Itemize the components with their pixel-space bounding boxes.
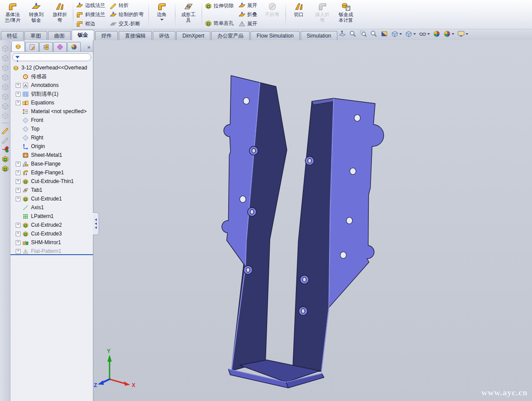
zoom-to-area-icon[interactable] bbox=[360, 30, 367, 38]
tab-office-products[interactable]: 办公室产品 bbox=[211, 31, 250, 40]
dropdown-caret[interactable] bbox=[452, 33, 454, 35]
miter-flange-button[interactable]: 斜接法兰 bbox=[75, 10, 108, 19]
expand-toggle[interactable] bbox=[16, 170, 21, 175]
edit-appearance-icon[interactable] bbox=[433, 30, 440, 38]
dropdown-caret[interactable] bbox=[413, 33, 416, 35]
view-cube-icon[interactable] bbox=[1, 102, 9, 110]
tree-item-sensors[interactable]: 传感器 bbox=[10, 72, 93, 81]
tree-item-lpattern1[interactable]: LPattern1 bbox=[10, 212, 93, 221]
plane-arrow-icon[interactable] bbox=[339, 30, 346, 38]
feature-cube-icon[interactable] bbox=[1, 165, 9, 173]
display-style-icon[interactable] bbox=[405, 30, 416, 38]
tree-item-front-plane[interactable]: Front bbox=[10, 116, 93, 124]
tree-item-equations[interactable]: Equations bbox=[10, 98, 93, 107]
view-cube-icon[interactable] bbox=[1, 112, 9, 120]
tree-item-cut-extrude2[interactable]: Cut-Extrude2 bbox=[10, 221, 93, 229]
unfold-button[interactable]: 展开 bbox=[237, 1, 261, 10]
view-cube-icon[interactable] bbox=[1, 73, 9, 81]
feature-cube-icon[interactable] bbox=[1, 155, 9, 163]
view-cube-icon[interactable] bbox=[1, 83, 9, 91]
expand-toggle[interactable] bbox=[16, 223, 21, 228]
base-flange-button[interactable]: 基体法兰/薄片 bbox=[1, 0, 24, 29]
expand-toggle[interactable] bbox=[16, 249, 21, 254]
expand-toggle[interactable] bbox=[16, 92, 21, 97]
hide-show-items-icon[interactable] bbox=[419, 30, 430, 38]
tree-item-top-plane[interactable]: Top bbox=[10, 124, 93, 133]
view-orientation-icon[interactable] bbox=[391, 30, 402, 38]
view-settings-icon[interactable] bbox=[457, 30, 468, 38]
rip-button[interactable]: 切口 bbox=[287, 0, 311, 29]
tab-direct-editing[interactable]: 直接编辑 bbox=[119, 31, 152, 40]
configurationmanager-tab[interactable] bbox=[39, 42, 53, 52]
tree-resize-bar[interactable] bbox=[10, 254, 93, 255]
tree-item-annotations[interactable]: Annotations bbox=[10, 81, 93, 90]
zoom-to-fit-icon[interactable] bbox=[349, 30, 357, 38]
extruded-cut-button[interactable]: 拉伸切除 bbox=[203, 1, 237, 11]
convert-to-sheet-metal-button[interactable]: 转换到钣金 bbox=[24, 0, 48, 29]
tree-item-cut-extrude3[interactable]: Cut-Extrude3 bbox=[10, 229, 93, 238]
jog-button[interactable]: 转折 bbox=[108, 1, 147, 10]
tab-sheet-metal[interactable]: 钣金 bbox=[72, 30, 94, 40]
sketch-icon[interactable] bbox=[1, 126, 9, 134]
panel-overflow-chevron[interactable]: » bbox=[87, 44, 92, 52]
dropdown-caret[interactable] bbox=[427, 33, 430, 35]
tab-evaluate[interactable]: 评估 bbox=[153, 31, 175, 40]
tree-item-shm-mirror1[interactable]: SHM-Mirror1 bbox=[10, 238, 93, 247]
expand-toggle[interactable] bbox=[16, 100, 21, 105]
tree-item-cut-extrude1[interactable]: Cut-Extrude1 bbox=[10, 194, 93, 203]
flatten-button[interactable]: 展开 bbox=[237, 19, 261, 28]
tab-weldments[interactable]: 焊件 bbox=[95, 31, 118, 40]
tree-item-tab1[interactable]: Tab1 bbox=[10, 186, 93, 194]
view-cube-icon[interactable] bbox=[1, 93, 9, 100]
tree-root-item[interactable]: 3-12 (Overhead<<Overhead bbox=[10, 63, 93, 72]
tree-item-edge-flange1[interactable]: Edge-Flange1 bbox=[10, 168, 93, 177]
tree-item-sheet-metal1[interactable]: Sheet-Metal1 bbox=[10, 151, 93, 159]
tab-surfaces[interactable]: 曲面 bbox=[48, 31, 71, 40]
tree-item-origin[interactable]: Origin bbox=[10, 142, 93, 151]
apply-scene-icon[interactable] bbox=[443, 30, 454, 38]
tree-item-axis1[interactable]: Axis1 bbox=[10, 203, 93, 212]
filter-input[interactable] bbox=[21, 54, 88, 60]
corner-dropdown-caret[interactable] bbox=[160, 19, 164, 21]
magnifier-icon[interactable] bbox=[370, 30, 378, 38]
expand-toggle[interactable] bbox=[16, 197, 21, 201]
expand-toggle[interactable] bbox=[16, 240, 21, 245]
view-cube-icon[interactable] bbox=[1, 54, 9, 62]
hem-button[interactable]: 褶边 bbox=[75, 19, 108, 28]
lofted-bend-button[interactable]: 放样折弯 bbox=[48, 0, 72, 29]
expand-toggle[interactable] bbox=[16, 83, 21, 88]
cross-break-button[interactable]: 交叉-折断 bbox=[108, 19, 147, 28]
corner-button[interactable]: 边角 bbox=[150, 0, 174, 29]
displaymanager-tab[interactable] bbox=[67, 42, 81, 52]
dropdown-caret[interactable] bbox=[466, 33, 468, 35]
section-view-icon[interactable] bbox=[381, 30, 388, 38]
featuremanager-tab[interactable] bbox=[11, 41, 25, 52]
tab-simulation[interactable]: Simulation bbox=[301, 31, 337, 40]
sheet-metal-costing-button[interactable]: 钣金成本计算 bbox=[334, 0, 358, 29]
view-cube-icon[interactable] bbox=[1, 64, 9, 72]
expand-toggle[interactable] bbox=[16, 232, 21, 236]
tree-item-right-plane[interactable]: Right bbox=[10, 133, 93, 142]
tree-item-base-flange[interactable]: Base-Flange bbox=[10, 159, 93, 168]
simple-hole-button[interactable]: 简单直孔 bbox=[203, 18, 237, 28]
expand-toggle[interactable] bbox=[16, 188, 21, 193]
tab-dimxpert[interactable]: DimXpert bbox=[176, 31, 210, 40]
panel-splitter[interactable] bbox=[93, 212, 99, 235]
expand-toggle[interactable] bbox=[16, 162, 21, 166]
fold-button[interactable]: 折叠 bbox=[237, 10, 261, 19]
graphics-viewport[interactable]: Y X Z www.ayc.cn bbox=[93, 40, 532, 401]
joist-hanger-model[interactable]: Y X Z bbox=[93, 40, 532, 401]
mate-icon[interactable] bbox=[1, 145, 9, 153]
dropdown-caret[interactable] bbox=[399, 33, 402, 35]
tab-sketch[interactable]: 草图 bbox=[24, 31, 47, 40]
tab-flow-simulation[interactable]: Flow Simulation bbox=[251, 31, 300, 40]
view-cube-icon[interactable] bbox=[1, 45, 9, 52]
dimension-icon[interactable] bbox=[1, 136, 9, 144]
tab-features[interactable]: 特征 bbox=[1, 31, 24, 40]
dimxpertmanager-tab[interactable] bbox=[53, 42, 67, 52]
sketched-bend-button[interactable]: 绘制的折弯 bbox=[108, 10, 147, 19]
tree-filter-box[interactable] bbox=[12, 53, 91, 61]
propertymanager-tab[interactable] bbox=[25, 42, 39, 52]
tree-item-cut-extrude-thin1[interactable]: Cut-Extrude-Thin1 bbox=[10, 177, 93, 186]
forming-tool-button[interactable]: 成形工具 bbox=[177, 0, 200, 29]
